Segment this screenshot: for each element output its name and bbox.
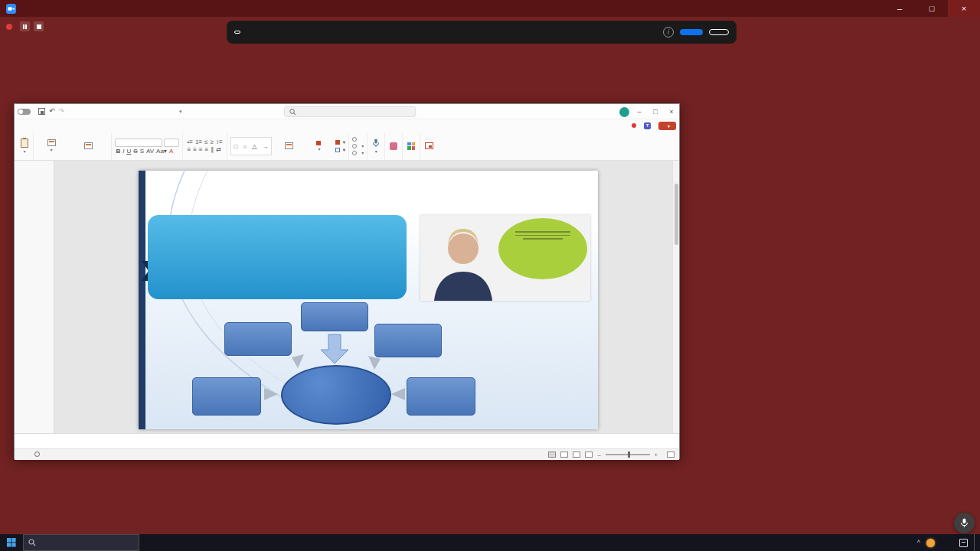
start-button[interactable] [0,534,23,551]
chevron-down-icon: ▾ [668,123,670,129]
slide-canvas[interactable] [139,171,598,429]
diagram-node[interactable] [224,322,292,356]
autosave-toggle[interactable] [18,109,31,115]
avatar[interactable] [619,107,629,117]
replace-icon [352,144,357,148]
sensitivity-icon [390,142,397,150]
ok-button[interactable] [680,29,703,35]
floating-mic-button[interactable] [954,513,975,533]
align-right-icon[interactable]: ≡ [198,147,204,153]
numbering-icon[interactable]: 1≡ [194,139,203,145]
font-size-box[interactable] [164,139,179,147]
search-box[interactable] [284,106,416,117]
shape-outline-icon [335,148,340,152]
slideshow-view-icon[interactable] [585,452,593,458]
font-name-box[interactable] [115,139,162,147]
hidden-icons-chevron[interactable]: ^ [917,539,920,546]
shape-fill-icon [335,140,340,145]
diagram-node[interactable] [301,302,368,331]
paste-icon [21,139,28,148]
system-tray: ^ [917,534,980,551]
font-color-icon[interactable]: A [168,148,174,155]
shape-outline-button[interactable]: ▾ [335,147,345,153]
teams-icon: T [644,122,651,129]
diagram-node[interactable] [192,377,261,416]
action-center-icon[interactable] [959,539,968,547]
taskbar-search[interactable] [23,534,139,551]
new-slide-button[interactable]: ▾ [37,139,66,154]
align-center-icon[interactable]: ≡ [192,147,198,153]
select-button[interactable]: ▾ [352,150,364,155]
underline-icon[interactable]: U [126,148,132,155]
text-shadow-icon[interactable]: S [139,148,145,155]
weather-icon[interactable] [926,539,935,547]
designer-button[interactable] [423,142,435,151]
pause-recording-button[interactable] [20,21,30,31]
ppt-close-button[interactable]: × [665,106,678,118]
undo-icon[interactable]: ↶ [49,108,55,115]
strikethrough-icon[interactable]: S [132,148,139,155]
bold-icon[interactable]: B [115,148,122,155]
arrange-icon [285,142,293,149]
diagram-node[interactable] [374,324,442,357]
share-button[interactable]: ▾ [658,122,676,130]
change-case-icon[interactable]: Aa▾ [155,148,168,155]
accessibility-icon [34,452,40,457]
ribbon-group-paragraph: •≡ 1≡ ≤ ≥ ↕≡ ≡ ≡ ≡ ≡ ∥ ⇄ [183,133,227,160]
indent-decrease-icon[interactable]: ≤ [204,139,209,145]
new-slide-icon [47,139,56,146]
present-in-teams-button[interactable]: T [644,122,653,129]
replace-button[interactable]: ▾ [352,143,364,148]
paste-button[interactable]: ▾ [19,138,30,155]
dictate-button[interactable]: ▾ [371,138,381,155]
minimize-button[interactable]: – [884,0,916,17]
columns-icon[interactable]: ∥ [210,147,215,153]
ppt-titlebar: ↶ ↷ ▾ – □ × [15,104,679,119]
ppt-restore-button[interactable]: □ [649,106,662,118]
zoom-app-icon [6,4,16,14]
recording-indicator [6,21,44,31]
arrange-button[interactable] [274,142,303,151]
redo-icon[interactable]: ↷ [59,108,65,115]
select-icon [352,151,357,155]
diagram-node[interactable] [407,377,475,416]
zoom-out-button[interactable]: – [597,452,600,458]
chevron-down-icon[interactable]: ▾ [179,109,182,115]
indent-increase-icon[interactable]: ≥ [209,139,214,145]
notes-pane[interactable] [15,433,679,448]
mic-icon [960,518,969,528]
reading-view-icon[interactable] [573,452,580,458]
slide-sorter-view-icon[interactable] [560,452,568,458]
addins-button[interactable] [406,142,416,152]
fit-to-window-icon[interactable] [667,452,675,458]
maximize-button[interactable]: □ [916,0,948,17]
save-icon[interactable] [38,108,45,115]
stop-recording-button[interactable] [34,21,44,31]
align-left-icon[interactable]: ≡ [186,147,192,153]
quick-styles-button[interactable]: ▾ [305,140,333,153]
zoom-slider[interactable] [606,454,650,455]
ppt-minimize-button[interactable]: – [633,106,645,118]
find-button[interactable] [352,137,364,142]
reuse-slides-button[interactable] [68,142,108,151]
close-button[interactable]: × [948,0,980,17]
record-presentation-button[interactable] [632,123,639,128]
slide-thumbnail-list [15,161,54,433]
info-icon[interactable]: i [663,27,674,37]
text-direction-icon[interactable]: ⇄ [215,147,223,153]
character-spacing-icon[interactable]: AV [145,148,155,155]
show-desktop-button[interactable] [974,534,977,551]
bullets-icon[interactable]: •≡ [186,139,194,145]
shapes-gallery[interactable]: □○△→ [230,137,272,155]
diagram-center[interactable] [281,365,391,425]
zoom-in-button[interactable]: + [655,452,658,458]
shape-fill-button[interactable]: ▾ [335,139,345,145]
line-spacing-icon[interactable]: ↕≡ [214,139,224,145]
normal-view-icon[interactable] [548,452,556,458]
sensitivity-button[interactable] [388,142,399,152]
accessibility-status[interactable] [34,452,41,458]
scrollbar[interactable] [672,161,679,433]
reuse-slides-icon [84,142,93,149]
leave-meeting-button[interactable] [709,29,729,35]
justify-icon[interactable]: ≡ [204,147,210,153]
